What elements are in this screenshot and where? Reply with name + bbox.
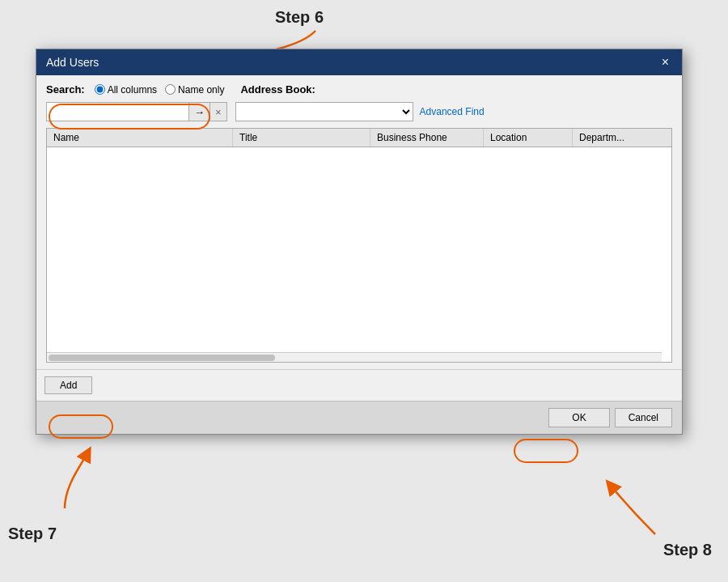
cancel-button[interactable]: Cancel <box>615 408 672 427</box>
radio-group: All columns Name only <box>95 84 225 96</box>
dialog-footer: OK Cancel <box>36 401 682 434</box>
radio-name-only[interactable]: Name only <box>165 84 224 96</box>
scrollbar-thumb <box>49 355 275 361</box>
radio-name-only-input[interactable] <box>165 84 176 95</box>
step6-label: Step 6 <box>275 8 324 27</box>
results-table-container: Name Title Business Phone Location Depar… <box>46 128 672 363</box>
col-header-title[interactable]: Title <box>233 129 370 147</box>
page-wrapper: Step 6 Step 7 Step 8 Add Users × <box>0 0 728 582</box>
add-row: Add <box>36 369 682 401</box>
col-header-name[interactable]: Name <box>47 129 233 147</box>
results-body <box>47 147 671 359</box>
search-options-row: Search: All columns Name only Address Bo… <box>46 83 672 96</box>
search-input[interactable] <box>47 103 188 121</box>
search-label: Search: <box>46 83 85 96</box>
radio-all-columns-label: All columns <box>108 84 157 96</box>
results-table-header: Name Title Business Phone Location Depar… <box>47 129 671 147</box>
horizontal-scrollbar[interactable] <box>47 352 662 362</box>
dialog-body: Search: All columns Name only Address Bo… <box>36 75 682 369</box>
close-button[interactable]: × <box>658 56 672 69</box>
col-header-business-phone[interactable]: Business Phone <box>370 129 484 147</box>
ok-button[interactable]: OK <box>548 408 609 427</box>
col-header-location[interactable]: Location <box>484 129 573 147</box>
add-users-dialog: Add Users × Search: All columns Name onl… <box>36 49 683 435</box>
step8-label: Step 8 <box>663 541 712 559</box>
search-input-row: → × Advanced Find <box>46 102 672 121</box>
search-text-group: → × <box>46 102 227 121</box>
dialog-titlebar: Add Users × <box>36 49 682 75</box>
dialog-title: Add Users <box>46 56 99 69</box>
address-book-wrapper: Advanced Find <box>235 102 485 121</box>
radio-name-only-label: Name only <box>178 84 224 96</box>
radio-all-columns[interactable]: All columns <box>95 84 157 96</box>
advanced-find-link[interactable]: Advanced Find <box>420 106 485 117</box>
search-go-button[interactable]: → <box>188 103 210 121</box>
step7-label: Step 7 <box>8 525 57 543</box>
address-book-label: Address Book: <box>240 83 315 96</box>
address-book-select[interactable] <box>235 102 413 121</box>
col-header-department[interactable]: Departm... <box>573 129 671 147</box>
ok-btn-circle <box>514 439 578 463</box>
radio-all-columns-input[interactable] <box>95 84 105 95</box>
search-clear-button[interactable]: × <box>210 103 226 121</box>
add-button[interactable]: Add <box>44 376 92 394</box>
